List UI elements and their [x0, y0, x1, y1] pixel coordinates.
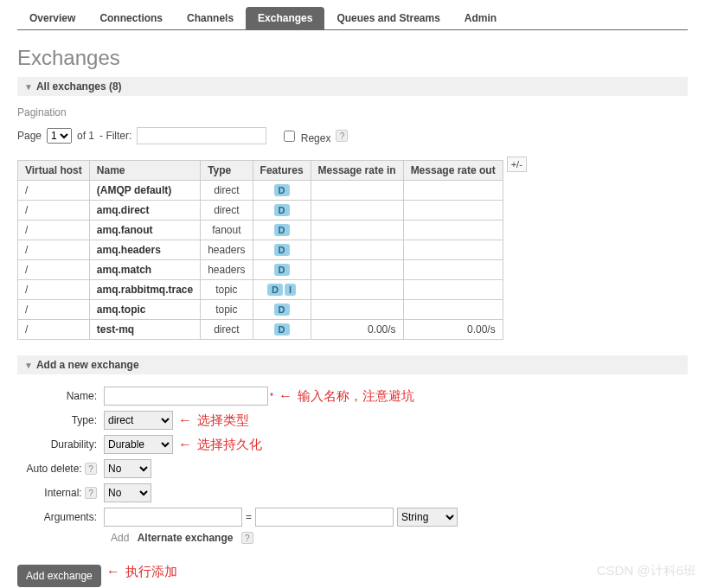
add-exchange-title: Add a new exchange: [36, 359, 139, 371]
feature-badge: I: [285, 284, 296, 296]
columns-toggle[interactable]: +/-: [507, 157, 527, 172]
help-icon[interactable]: ?: [85, 487, 97, 499]
col-type[interactable]: Type: [201, 161, 253, 181]
table-row: /amq.rabbitmq.tracetopicDI: [18, 280, 503, 300]
cell-rate-in: [311, 260, 403, 280]
all-exchanges-count: (8): [109, 80, 122, 93]
page-title: Exchanges: [17, 46, 688, 70]
tab-queues[interactable]: Queues and Streams: [324, 7, 452, 29]
col-vhost[interactable]: Virtual host: [18, 161, 90, 181]
col-name[interactable]: Name: [89, 161, 200, 181]
feature-badge: D: [274, 304, 290, 316]
alternate-exchange-link[interactable]: Alternate exchange: [138, 532, 234, 544]
add-exchange-button[interactable]: Add exchange: [17, 565, 101, 587]
help-icon[interactable]: ?: [336, 130, 348, 142]
type-annotation: 选择类型: [197, 412, 249, 429]
cell-name: amq.headers: [89, 240, 200, 260]
arrow-icon: ←: [178, 437, 192, 452]
cell-vhost: /: [18, 220, 90, 240]
feature-badge: D: [274, 204, 290, 216]
exchange-link[interactable]: (AMQP default): [97, 184, 171, 196]
cell-rate-in: [311, 300, 403, 320]
cell-features: D: [253, 300, 311, 320]
cell-rate-in: [311, 280, 403, 300]
help-icon[interactable]: ?: [85, 463, 97, 475]
tab-connections[interactable]: Connections: [87, 7, 175, 29]
cell-rate-out: [403, 201, 503, 220]
feature-badge: D: [274, 323, 290, 336]
feature-badge: D: [274, 264, 290, 276]
exchange-link[interactable]: amq.fanout: [97, 224, 153, 236]
feature-badge: D: [267, 284, 283, 296]
regex-label-wrap[interactable]: Regex: [280, 128, 330, 144]
exchanges-table: Virtual host Name Type Features Message …: [17, 160, 503, 340]
filter-input[interactable]: [137, 127, 266, 144]
argument-type-select[interactable]: String: [397, 508, 458, 527]
cell-type: direct: [201, 201, 253, 220]
cell-type: headers: [201, 240, 253, 260]
cell-name: amq.topic: [89, 300, 200, 320]
cell-name: amq.match: [89, 260, 200, 280]
col-features[interactable]: Features: [253, 161, 311, 181]
pagination-controls: Page 1 of 1 - Filter: Regex ?: [17, 127, 688, 144]
feature-badge: D: [274, 224, 290, 236]
exchange-link[interactable]: amq.headers: [97, 244, 161, 256]
tab-exchanges[interactable]: Exchanges: [246, 7, 324, 29]
cell-type: fanout: [201, 220, 253, 240]
cell-name: amq.fanout: [89, 220, 200, 240]
durability-select[interactable]: Durable: [104, 435, 173, 454]
arrow-icon: ←: [106, 564, 120, 579]
cell-features: D: [253, 240, 311, 260]
regex-checkbox[interactable]: [284, 131, 295, 142]
page-select[interactable]: 1: [47, 128, 72, 144]
cell-name: test-mq: [89, 320, 200, 340]
required-star: *: [270, 392, 273, 401]
auto-delete-select[interactable]: No: [104, 459, 151, 478]
arguments-label: Arguments:: [17, 511, 104, 523]
add-exchange-form: Name: * ← 输入名称，注意避坑 Type: direct ← 选择类型 …: [17, 387, 688, 587]
tab-admin[interactable]: Admin: [452, 7, 509, 29]
cell-rate-in: [311, 201, 403, 220]
help-icon[interactable]: ?: [241, 532, 253, 544]
cell-rate-in: [311, 220, 403, 240]
exchange-link[interactable]: test-mq: [97, 323, 134, 336]
cell-features: D: [253, 220, 311, 240]
arrow-icon: ←: [279, 388, 292, 404]
internal-select[interactable]: No: [104, 483, 151, 502]
all-exchanges-header[interactable]: ▼ All exchanges (8): [17, 77, 688, 96]
name-annotation: 输入名称，注意避坑: [298, 388, 414, 405]
type-select[interactable]: direct: [104, 411, 173, 430]
cell-vhost: /: [18, 201, 90, 220]
tab-overview[interactable]: Overview: [17, 7, 87, 29]
regex-label: Regex: [301, 132, 331, 144]
chevron-down-icon: ▼: [24, 361, 33, 370]
argument-value-input[interactable]: [255, 508, 394, 527]
col-rate-in[interactable]: Message rate in: [311, 161, 403, 181]
add-exchange-header[interactable]: ▼ Add a new exchange: [17, 355, 688, 374]
argument-key-input[interactable]: [104, 508, 242, 527]
durability-annotation: 选择持久化: [197, 437, 262, 453]
table-row: /test-mqdirectD0.00/s0.00/s: [18, 320, 503, 340]
cell-name: (AMQP default): [89, 181, 200, 201]
page-label: Page: [17, 130, 42, 142]
cell-vhost: /: [18, 240, 90, 260]
exchange-link[interactable]: amq.topic: [97, 304, 146, 316]
cell-features: DI: [253, 280, 311, 300]
cell-rate-in: [311, 181, 403, 201]
cell-features: D: [253, 260, 311, 280]
exchange-link[interactable]: amq.rabbitmq.trace: [97, 284, 193, 296]
add-word: Add: [111, 532, 129, 544]
col-rate-out[interactable]: Message rate out: [403, 161, 503, 181]
cell-vhost: /: [18, 260, 90, 280]
arrow-icon: ←: [178, 412, 192, 428]
exchange-link[interactable]: amq.match: [97, 264, 151, 276]
exchange-link[interactable]: amq.direct: [97, 204, 150, 216]
cell-rate-out: 0.00/s: [403, 320, 503, 340]
cell-rate-out: [403, 260, 503, 280]
auto-delete-label: Auto delete: ?: [17, 463, 104, 475]
table-row: /amq.headersheadersD: [18, 240, 503, 260]
feature-badge: D: [274, 184, 290, 196]
tab-channels[interactable]: Channels: [175, 7, 246, 29]
name-input[interactable]: [104, 387, 268, 406]
all-exchanges-label: All exchanges: [36, 80, 106, 93]
